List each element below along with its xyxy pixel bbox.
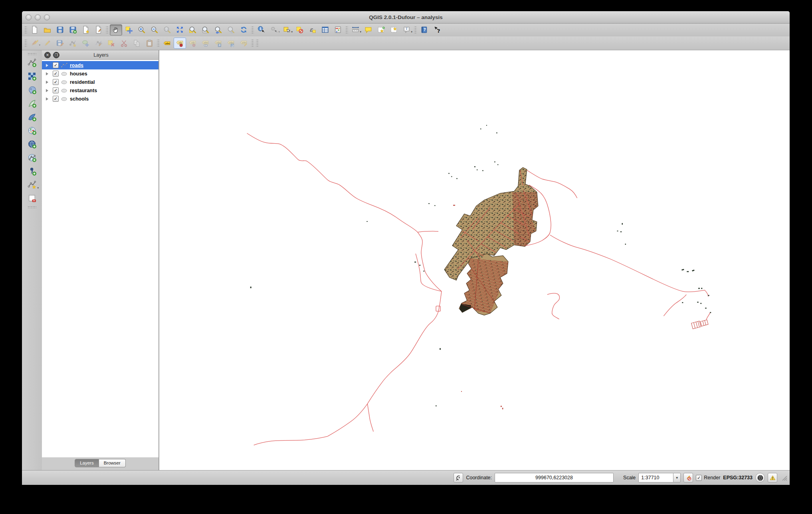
paste-features-button[interactable] (143, 38, 156, 49)
add-mssql-layer-button[interactable] (25, 110, 39, 124)
identify-features-button[interactable] (255, 24, 267, 36)
toggle-extents-button[interactable] (454, 473, 463, 482)
layer-row-restaurants[interactable]: ✓ restaurants (42, 86, 158, 95)
new-bookmark-button[interactable] (375, 24, 387, 36)
delete-selected-button[interactable] (105, 38, 117, 49)
layer-checkbox[interactable]: ✓ (53, 87, 59, 93)
add-wms-layer-button[interactable] (25, 124, 39, 137)
toolbar-drag-handle[interactable] (345, 26, 348, 34)
toolbar-drag-handle[interactable] (157, 39, 160, 47)
map-canvas[interactable] (159, 50, 790, 470)
highlight-pinned-labels-button[interactable] (186, 38, 199, 49)
map-tips-button[interactable] (362, 24, 374, 36)
toolbar-drag-handle[interactable] (28, 206, 36, 208)
scale-dropdown-button[interactable]: ▼ (673, 473, 681, 482)
add-wcs-layer-button[interactable] (25, 137, 39, 151)
pan-map-button[interactable] (110, 24, 122, 36)
add-delimited-text-layer-button[interactable] (25, 164, 39, 178)
pan-to-selection-button[interactable] (123, 24, 135, 36)
zoom-actual-size-button[interactable] (161, 24, 173, 36)
add-vector-layer-button[interactable] (25, 56, 39, 69)
layer-checkbox[interactable]: ✓ (53, 96, 59, 102)
zoom-last-button[interactable] (212, 24, 224, 36)
render-checkbox[interactable]: ✓ (696, 475, 702, 481)
zoom-window-button[interactable] (44, 14, 50, 20)
scale-input[interactable] (638, 473, 673, 482)
toolbar-drag-handle[interactable] (28, 53, 36, 55)
remove-layer-button[interactable] (25, 192, 39, 205)
rotate-label-button[interactable] (225, 38, 237, 49)
composer-manager-button[interactable] (92, 24, 105, 36)
minimize-window-button[interactable] (35, 14, 41, 20)
layer-row-schools[interactable]: ✓ schools (42, 95, 158, 103)
change-label-button[interactable] (238, 38, 250, 49)
toolbar-drag-handle[interactable] (251, 26, 254, 34)
expand-arrow-icon[interactable] (46, 81, 51, 84)
copy-features-button[interactable] (131, 38, 143, 49)
measure-line-button[interactable]: ▾ (349, 24, 362, 36)
window-titlebar[interactable]: QGIS 2.0.1-Dufour – analysis (22, 11, 790, 24)
new-shapefile-layer-button[interactable]: ▾ (25, 178, 39, 192)
add-raster-layer-button[interactable] (25, 69, 39, 83)
toolbar-drag-handle[interactable] (24, 26, 27, 34)
save-project-as-button[interactable] (67, 24, 79, 36)
show-hide-labels-button[interactable] (199, 38, 212, 49)
pin-unpin-labels-button[interactable] (174, 38, 186, 49)
deselect-features-button[interactable] (293, 24, 306, 36)
zoom-next-button[interactable] (225, 24, 237, 36)
new-print-composer-button[interactable] (79, 24, 92, 36)
add-feature-button[interactable] (67, 38, 79, 49)
move-feature-button[interactable] (79, 38, 92, 49)
move-label-button[interactable] (212, 38, 224, 49)
close-window-button[interactable] (26, 14, 32, 20)
messages-warning-button[interactable] (768, 473, 777, 482)
zoom-in-button[interactable] (135, 24, 148, 36)
render-toggle[interactable]: ✓ Render (696, 475, 720, 481)
toggle-editing-button[interactable] (41, 38, 53, 49)
layer-row-roads[interactable]: ✓ roads (42, 61, 158, 69)
run-feature-action-button[interactable]: ▾ (268, 24, 280, 36)
resize-grip[interactable] (781, 474, 787, 481)
float-panel-button[interactable]: ❐ (53, 52, 59, 58)
toolbar-drag-handle[interactable] (414, 26, 417, 34)
refresh-map-button[interactable] (238, 24, 250, 36)
tab-browser[interactable]: Browser (99, 459, 126, 467)
add-wfs-layer-button[interactable] (25, 151, 39, 164)
node-tool-button[interactable] (92, 38, 105, 49)
layer-checkbox[interactable]: ✓ (53, 71, 59, 77)
show-bookmarks-button[interactable] (388, 24, 400, 36)
select-features-button[interactable]: ▾ (281, 24, 293, 36)
field-calculator-button[interactable] (332, 24, 344, 36)
coordinate-input[interactable] (495, 473, 614, 482)
toolbar-drag-handle[interactable] (24, 39, 27, 47)
crs-globe-button[interactable] (755, 473, 765, 482)
select-by-expression-button[interactable] (306, 24, 319, 36)
expand-arrow-icon[interactable] (46, 97, 51, 101)
save-project-button[interactable] (54, 24, 66, 36)
zoom-to-selection-button[interactable] (186, 24, 199, 36)
expand-arrow-icon[interactable] (46, 64, 51, 67)
layer-checkbox[interactable]: ✓ (53, 79, 59, 85)
new-project-button[interactable] (28, 24, 41, 36)
toolbar-drag-handle[interactable] (106, 26, 109, 34)
layer-checkbox[interactable]: ✓ (53, 62, 59, 68)
labeling-options-button[interactable] (161, 38, 173, 49)
stop-rendering-button[interactable] (683, 473, 693, 482)
toolbar-drag-handle[interactable] (251, 39, 254, 47)
close-panel-button[interactable]: ✕ (44, 52, 51, 58)
toolbar-drag-handle[interactable] (256, 39, 259, 47)
zoom-full-button[interactable] (174, 24, 186, 36)
layer-row-houses[interactable]: ✓ houses (42, 69, 158, 78)
expand-arrow-icon[interactable] (46, 72, 51, 75)
layer-row-residential[interactable]: ✓ residential (42, 78, 158, 86)
scale-combo[interactable]: ▼ (638, 473, 681, 482)
current-edits-button[interactable]: ▾ (28, 38, 41, 49)
text-annotation-button[interactable]: ▾ (400, 24, 413, 36)
save-layer-edits-button[interactable] (54, 38, 66, 49)
cut-features-button[interactable] (118, 38, 130, 49)
whats-this-button[interactable] (431, 24, 443, 36)
tab-layers[interactable]: Layers (75, 459, 99, 467)
help-contents-button[interactable] (418, 24, 430, 36)
open-project-button[interactable] (41, 24, 53, 36)
zoom-out-button[interactable] (148, 24, 160, 36)
